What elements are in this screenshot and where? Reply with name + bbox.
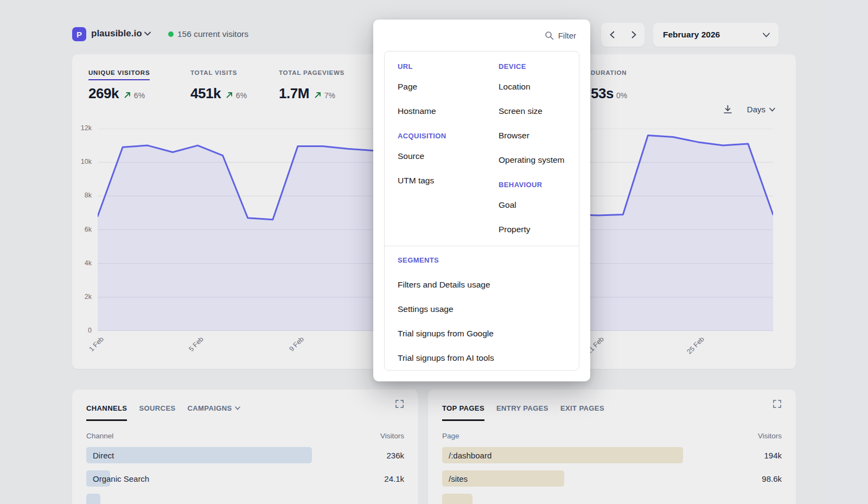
chart-toolbar: Days: [723, 104, 775, 114]
date-range-label: February 2026: [663, 30, 720, 40]
pages-table: /:dashboard 194k /sites 98.6k: [442, 447, 782, 504]
table-row[interactable]: /sites 98.6k: [442, 470, 782, 487]
segment-settings-usage[interactable]: Settings usage: [398, 297, 566, 321]
interval-dropdown[interactable]: Days: [747, 105, 775, 114]
tab-sources[interactable]: SOURCES: [139, 404, 175, 421]
row-bar: [86, 447, 312, 463]
stat-label: DURATION: [591, 69, 627, 80]
channels-panel-tabs: CHANNELS SOURCES CAMPAIGNS: [86, 401, 404, 421]
filter-item-screen-size[interactable]: Screen size: [499, 99, 566, 123]
column-channel: Channel: [86, 432, 113, 440]
x-axis-tick: 1 Feb: [80, 335, 105, 361]
table-row[interactable]: /:dashboard 194k: [442, 447, 782, 463]
y-axis-tick: 0: [72, 327, 92, 334]
table-row[interactable]: [86, 494, 404, 504]
site-switcher-chevron-icon[interactable]: [144, 31, 151, 36]
tab-channels[interactable]: CHANNELS: [86, 404, 127, 421]
row-link[interactable]: Organic Search: [86, 474, 149, 483]
next-period-button[interactable]: [623, 23, 644, 47]
filter-item-source[interactable]: Source: [398, 144, 499, 168]
segment-trial-signups-from-google[interactable]: Trial signups from Google: [398, 321, 566, 346]
segment-filters-and-details-usage[interactable]: Filters and Details usage: [398, 272, 566, 297]
expand-icon[interactable]: [773, 399, 782, 409]
stat-change: 6%: [236, 91, 247, 100]
row-bar: [86, 494, 100, 504]
row-link[interactable]: Direct: [86, 451, 114, 460]
stat-change: 7%: [324, 91, 335, 100]
filter-group-title-behaviour: BEHAVIOUR: [499, 177, 566, 193]
live-visitors-dot-icon: [168, 31, 174, 37]
filter-group-title-url: URL: [398, 59, 499, 74]
column-page: Page: [442, 432, 459, 440]
table-row[interactable]: Direct 236k: [86, 447, 404, 463]
current-visitors-count[interactable]: 156 current visitors: [177, 29, 248, 39]
channels-panel: CHANNELS SOURCES CAMPAIGNS Channel Visit…: [72, 390, 418, 504]
stat-value: 269k: [88, 85, 119, 102]
table-header: Channel Visitors: [86, 432, 404, 440]
x-axis-tick: 5 Feb: [180, 335, 206, 361]
filter-item-location[interactable]: Location: [499, 74, 566, 99]
filter-options: URL Page Hostname ACQUISITION Source UTM…: [384, 51, 579, 371]
filter-col-right: DEVICE Location Screen size Browser Oper…: [499, 59, 566, 241]
tab-campaigns[interactable]: CAMPAIGNS: [188, 404, 240, 421]
stat-visit-duration[interactable]: DURATION 53s 0%: [591, 67, 627, 102]
filter-item-goal[interactable]: Goal: [499, 193, 566, 217]
stat-total-visits[interactable]: TOTAL VISITS 451k 6%: [190, 67, 247, 102]
pages-panel-tabs: TOP PAGES ENTRY PAGES EXIT PAGES: [442, 401, 782, 421]
filter-item-hostname[interactable]: Hostname: [398, 99, 499, 123]
table-row[interactable]: [442, 494, 782, 504]
up-arrow-icon: [124, 91, 131, 99]
tab-exit-pages[interactable]: EXIT PAGES: [560, 404, 604, 421]
stat-value: 451k: [190, 85, 221, 102]
x-axis-tick: 25 Feb: [680, 335, 706, 361]
search-icon: [545, 31, 554, 40]
filter-col-left: URL Page Hostname ACQUISITION Source UTM…: [398, 59, 499, 241]
filter-item-property[interactable]: Property: [499, 217, 566, 241]
chevron-down-icon: [235, 406, 240, 410]
row-value: 236k: [386, 451, 404, 460]
date-nav-group: [601, 23, 644, 47]
download-icon[interactable]: [723, 104, 733, 114]
tab-entry-pages[interactable]: ENTRY PAGES: [496, 404, 548, 421]
row-link[interactable]: /:dashboard: [442, 451, 492, 460]
stat-change: 6%: [134, 91, 145, 100]
filter-modal: Filter URL Page Hostname ACQUISITION Sou…: [373, 20, 590, 381]
filter-group-title-acquisition: ACQUISITION: [398, 129, 499, 144]
site-name[interactable]: plausible.io: [91, 28, 142, 39]
column-visitors: Visitors: [380, 432, 404, 440]
column-visitors: Visitors: [758, 432, 782, 440]
filter-item-utm-tags[interactable]: UTM tags: [398, 168, 499, 193]
prev-period-button[interactable]: [601, 23, 623, 47]
tab-top-pages[interactable]: TOP PAGES: [442, 404, 484, 421]
row-value: 24.1k: [384, 474, 404, 483]
pages-panel: TOP PAGES ENTRY PAGES EXIT PAGES Page Vi…: [428, 390, 796, 504]
y-axis-tick: 2k: [72, 293, 92, 301]
table-header: Page Visitors: [442, 432, 782, 440]
up-arrow-icon: [314, 91, 322, 99]
filter-item-browser[interactable]: Browser: [499, 123, 566, 148]
expand-icon[interactable]: [395, 399, 404, 409]
stat-change: 0%: [616, 91, 627, 100]
segments-list: Filters and Details usage Settings usage…: [398, 272, 566, 370]
segment-trial-signups-from-ai-tools[interactable]: Trial signups from AI tools: [398, 346, 566, 370]
stat-value: 1.7M: [279, 85, 309, 102]
stat-total-pageviews[interactable]: TOTAL PAGEVIEWS 1.7M 7%: [279, 67, 344, 102]
filter-item-operating-system[interactable]: Operating system: [499, 148, 566, 172]
stat-label: TOTAL PAGEVIEWS: [279, 69, 344, 80]
filter-search-placeholder: Filter: [558, 31, 576, 40]
chevron-down-icon: [763, 33, 770, 37]
filter-search-input[interactable]: Filter: [373, 20, 590, 51]
up-arrow-icon: [226, 91, 233, 99]
date-range-dropdown[interactable]: February 2026: [653, 23, 778, 47]
y-axis-tick: 6k: [72, 226, 92, 233]
stat-label: TOTAL VISITS: [190, 69, 237, 80]
stat-unique-visitors[interactable]: UNIQUE VISITORS 269k 6%: [88, 67, 150, 102]
table-row[interactable]: Organic Search 24.1k: [86, 470, 404, 487]
filter-group-title-device: DEVICE: [499, 59, 566, 74]
row-value: 98.6k: [762, 474, 782, 483]
y-axis-tick: 12k: [72, 124, 92, 132]
row-link[interactable]: /sites: [442, 474, 468, 483]
filter-item-page[interactable]: Page: [398, 74, 499, 99]
interval-label: Days: [747, 105, 765, 114]
dashboard-page: P plausible.io 156 current visitors Febr…: [0, 0, 868, 504]
